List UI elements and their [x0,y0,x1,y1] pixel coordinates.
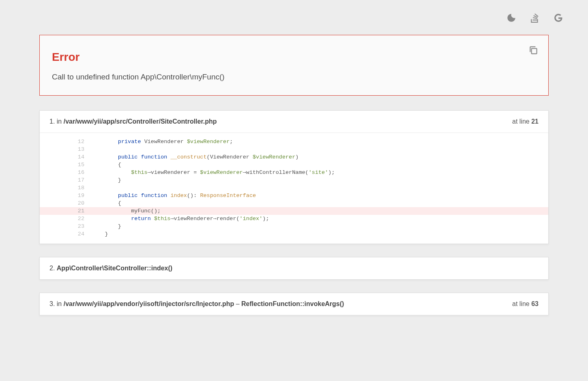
line-number: 20 [40,199,92,207]
trace-index: 1. [49,118,57,125]
trace-header-left: 3. in /var/www/yii/app/vendor/yiisoft/in… [49,300,344,308]
line-number: 24 [40,230,92,238]
trace-item[interactable]: 2. App\Controller\SiteController::index(… [39,257,549,280]
trace-line-number: 21 [531,118,539,125]
stackoverflow-icon[interactable] [529,12,541,24]
code-block: 12 private ViewRenderer $viewRenderer;13… [40,133,548,244]
code-line: 14 public function __construct(ViewRende… [40,153,548,161]
code-content: } [92,230,108,238]
code-line: 19 public function index(): ResponseInte… [40,192,548,199]
trace-header[interactable]: 1. in /var/www/yii/app/src/Controller/Si… [40,111,548,133]
code-content: } [92,223,121,230]
code-line: 15 { [40,161,548,169]
error-title: Error [52,51,536,64]
line-number: 16 [40,169,92,176]
toolbar [10,0,578,32]
trace-function: ReflectionFunction::invokeArgs() [241,300,344,307]
trace-path: /var/www/yii/app/vendor/yiisoft/injector… [64,300,234,307]
code-line: 12 private ViewRenderer $viewRenderer; [40,138,548,146]
line-number: 21 [40,207,92,215]
line-number: 22 [40,215,92,223]
trace-header[interactable]: 2. App\Controller\SiteController::index(… [40,257,548,279]
trace-list: 1. in /var/www/yii/app/src/Controller/Si… [39,110,549,315]
code-content: private ViewRenderer $viewRenderer; [92,138,233,146]
trace-prefix: in [57,118,64,125]
line-number: 14 [40,153,92,161]
error-message: Call to undefined function App\Controlle… [52,73,536,81]
line-number: 15 [40,161,92,169]
trace-item[interactable]: 3. in /var/www/yii/app/vendor/yiisoft/in… [39,293,549,315]
line-number: 18 [40,184,92,192]
code-line: 20 { [40,199,548,207]
code-line: 13 [40,146,548,153]
trace-header-left: 2. App\Controller\SiteController::index(… [49,265,172,272]
code-content: { [92,199,121,207]
code-line: 16 $this→viewRenderer = $viewRenderer→wi… [40,169,548,176]
code-line: 23 } [40,223,548,230]
trace-header-left: 1. in /var/www/yii/app/src/Controller/Si… [49,118,217,125]
code-content: $this→viewRenderer = $viewRenderer→withC… [92,169,335,176]
trace-path: /var/www/yii/app/src/Controller/SiteCont… [64,118,217,125]
trace-separator: – [234,300,241,307]
code-line: 21 myFunc(); [40,207,548,215]
line-number: 19 [40,192,92,199]
trace-at-label: at line [512,300,531,307]
trace-path: App\Controller\SiteController::index() [57,265,172,272]
code-content: public function __construct(ViewRenderer… [92,153,298,161]
error-card: Error Call to undefined function App\Con… [39,35,549,96]
trace-header[interactable]: 3. in /var/www/yii/app/vendor/yiisoft/in… [40,293,548,315]
trace-index: 2. [49,265,57,272]
trace-index: 3. [49,300,57,307]
google-icon[interactable] [553,12,564,24]
line-number: 12 [40,138,92,146]
line-number: 23 [40,223,92,230]
trace-line-info: at line 21 [512,118,539,125]
trace-item[interactable]: 1. in /var/www/yii/app/src/Controller/Si… [39,110,549,244]
code-content: { [92,161,121,169]
line-number: 13 [40,146,92,153]
code-line: 24 } [40,230,548,238]
svg-rect-0 [532,49,537,54]
code-line: 22 return $this→viewRenderer→render('ind… [40,215,548,223]
dark-mode-icon[interactable] [506,12,517,24]
code-content: } [92,176,121,184]
code-content: public function index(): ResponseInterfa… [92,192,256,199]
trace-line-number: 63 [531,300,539,307]
line-number: 17 [40,176,92,184]
code-content: myFunc(); [92,207,161,215]
copy-icon[interactable] [528,45,539,57]
trace-prefix: in [57,300,64,307]
trace-line-info: at line 63 [512,300,539,308]
trace-at-label: at line [512,118,531,125]
code-content: return $this→viewRenderer→render('index'… [92,215,269,223]
code-line: 18 [40,184,548,192]
code-line: 17 } [40,176,548,184]
